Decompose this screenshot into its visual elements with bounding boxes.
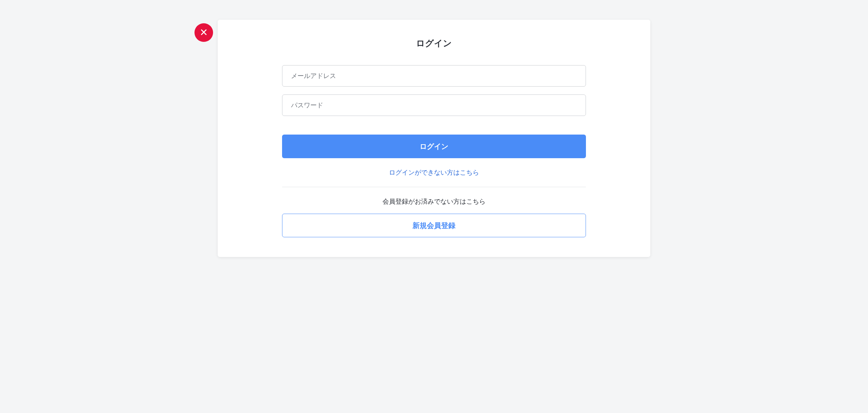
login-button[interactable]: ログイン [282,135,586,158]
password-input[interactable] [282,94,586,116]
close-button[interactable] [194,23,213,42]
login-modal-card: ログイン ログイン ログインができない方はこちら 会員登録がお済みでない方はこち… [218,20,650,257]
register-prompt: 会員登録がお済みでない方はこちら [282,197,586,206]
register-button[interactable]: 新規会員登録 [282,214,586,237]
login-modal-container: ログイン ログイン ログインができない方はこちら 会員登録がお済みでない方はこち… [187,20,681,257]
modal-title: ログイン [282,38,586,49]
email-input[interactable] [282,65,586,87]
login-help-link[interactable]: ログインができない方はこちら [282,168,586,177]
section-divider [282,187,586,187]
close-icon [200,28,208,37]
